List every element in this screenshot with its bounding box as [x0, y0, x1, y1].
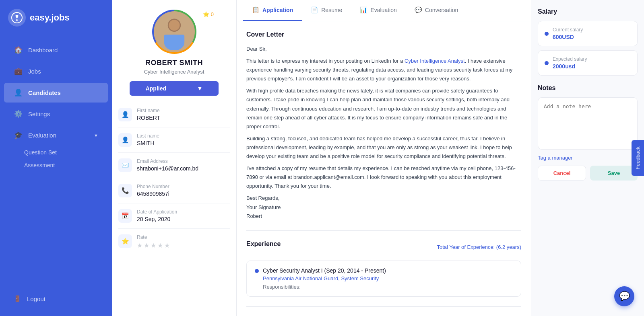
- star-3[interactable]: ★: [151, 242, 156, 249]
- sidebar-item-dashboard[interactable]: 🏠 Dashboard: [4, 40, 108, 60]
- candidate-info-section: 👤 First name ROBERT 👤 Last name SMITH ✉️…: [112, 102, 236, 255]
- sidebar-item-settings[interactable]: ⚙️ Settings: [4, 104, 108, 124]
- jobs-icon: 💼: [14, 67, 23, 76]
- sidebar-item-candidates[interactable]: 👤 Candidates: [4, 83, 108, 103]
- right-panel: Salary Current salary 600USD Expected sa…: [531, 0, 644, 316]
- info-date: 📅 Date of Application 20 Sep, 2020: [118, 203, 230, 229]
- candidate-panel: ⭐ 0 ROBERT SMITH Cyber Intelligence Anal…: [112, 0, 237, 316]
- rating-stars[interactable]: ★ ★ ★ ★ ★: [137, 242, 170, 249]
- sidebar-label-dashboard: Dashboard: [28, 47, 58, 53]
- experience-card: Cyber Security Analyst I (Sep 20, 2014 -…: [246, 261, 521, 297]
- star-4[interactable]: ★: [157, 242, 163, 249]
- sidebar-item-jobs[interactable]: 💼 Jobs: [4, 62, 108, 81]
- salary-dot-expected: [545, 61, 549, 65]
- star-badge: ⭐ 0: [203, 11, 214, 17]
- candidates-icon: 👤: [14, 88, 23, 97]
- exp-dot: [255, 269, 259, 273]
- resume-tab-icon: 📄: [311, 6, 318, 14]
- exp-card-header: Cyber Security Analyst I (Sep 20, 2014 -…: [255, 267, 513, 290]
- star-5[interactable]: ★: [164, 242, 170, 249]
- sidebar: easy.jobs 🏠 Dashboard 💼 Jobs 👤 Candidate…: [0, 0, 112, 316]
- svg-rect-4: [164, 35, 184, 43]
- star-2[interactable]: ★: [144, 242, 149, 249]
- tab-evaluation[interactable]: 📊 Evaluation: [351, 0, 405, 21]
- cancel-button[interactable]: Cancel: [538, 166, 586, 181]
- cover-letter-text: Dear Sir, This letter is to express my i…: [246, 45, 521, 221]
- content-panel: 📋 Application 📄 Resume 📊 Evaluation 💬 Co…: [237, 0, 531, 316]
- content-body: Cover Letter Dear Sir, This letter is to…: [237, 21, 531, 316]
- current-salary-card: Current salary 600USD: [538, 21, 638, 46]
- svg-point-1: [16, 19, 18, 21]
- chevron-down-icon: ▼: [94, 133, 98, 138]
- tab-application[interactable]: 📋 Application: [243, 0, 302, 21]
- notes-section: Notes Tag a manager Cancel Save: [538, 84, 638, 181]
- chat-icon: 💬: [619, 291, 630, 302]
- candidate-name: ROBERT SMITH: [145, 59, 203, 67]
- calendar-icon: 📅: [118, 209, 132, 223]
- star-1[interactable]: ★: [137, 242, 142, 249]
- rate-icon: ⭐: [118, 234, 132, 248]
- candidate-title: Cyber Intelligence Analyst: [144, 69, 204, 75]
- evaluation-tab-icon: 📊: [360, 6, 367, 14]
- save-button[interactable]: Save: [590, 166, 638, 181]
- logo-icon: [8, 9, 26, 27]
- notes-section-title: Notes: [538, 84, 638, 92]
- feedback-tab[interactable]: Feedback: [632, 140, 644, 176]
- tag-manager-link[interactable]: Tag a manager: [538, 155, 638, 161]
- logout-icon: 🚪: [14, 295, 21, 302]
- info-phone: 📞 Phone Number 6458909857i: [118, 178, 230, 203]
- experience-years: Total Year of Experience: (6.2 years): [437, 244, 521, 250]
- tabs-bar: 📋 Application 📄 Resume 📊 Evaluation 💬 Co…: [237, 0, 531, 21]
- settings-icon: ⚙️: [14, 110, 23, 118]
- evaluation-icon: 🎓: [14, 131, 23, 140]
- email-icon: ✉️: [118, 158, 132, 172]
- avatar: [154, 11, 195, 52]
- sidebar-item-logout[interactable]: 🚪 Logout: [4, 289, 108, 308]
- phone-icon: 📞: [118, 184, 132, 197]
- salary-section-title: Salary: [538, 8, 638, 15]
- sidebar-item-assessment[interactable]: Assessment: [24, 159, 112, 172]
- info-first-name: 👤 First name ROBERT: [118, 102, 230, 127]
- svg-point-5: [169, 20, 180, 31]
- status-dropdown-button[interactable]: Applied ▼: [130, 81, 219, 96]
- person-icon-2: 👤: [118, 133, 132, 147]
- sidebar-label-evaluation: Evaluation: [28, 132, 56, 139]
- person-icon: 👤: [118, 108, 132, 121]
- sidebar-label-jobs: Jobs: [28, 68, 41, 75]
- sidebar-logo[interactable]: easy.jobs: [0, 0, 112, 35]
- evaluation-submenu: Question Set Assessment: [0, 146, 112, 172]
- sidebar-nav: 🏠 Dashboard 💼 Jobs 👤 Candidates ⚙️ Setti…: [0, 35, 112, 289]
- main-area: ⭐ 0 ROBERT SMITH Cyber Intelligence Anal…: [112, 0, 644, 316]
- info-email: ✉️ Email Address shraboni+16@ar.com.bd: [118, 153, 230, 178]
- sidebar-label-logout: Logout: [27, 295, 45, 302]
- candidate-header: ⭐ 0 ROBERT SMITH Cyber Intelligence Anal…: [112, 0, 236, 102]
- info-rate: ⭐ Rate ★ ★ ★ ★ ★: [118, 229, 230, 255]
- sidebar-item-evaluation[interactable]: 🎓 Evaluation ▼: [4, 125, 108, 145]
- cover-letter-title: Cover Letter: [246, 31, 521, 38]
- application-tab-icon: 📋: [252, 6, 260, 14]
- home-icon: 🏠: [14, 46, 23, 54]
- salary-dot-current: [545, 32, 549, 36]
- tab-conversation[interactable]: 💬 Conversation: [406, 0, 467, 21]
- chevron-down-icon: ▼: [197, 85, 202, 92]
- chat-bubble[interactable]: 💬: [614, 286, 634, 306]
- conversation-tab-icon: 💬: [415, 6, 422, 14]
- avatar-ring: [152, 10, 196, 54]
- app-name: easy.jobs: [30, 12, 70, 23]
- sidebar-item-question-set[interactable]: Question Set: [24, 146, 112, 159]
- tab-resume[interactable]: 📄 Resume: [302, 0, 351, 21]
- notes-textarea[interactable]: [538, 97, 638, 150]
- info-last-name: 👤 Last name SMITH: [118, 127, 230, 153]
- sidebar-label-candidates: Candidates: [28, 89, 61, 96]
- experience-header: Experience Total Year of Experience: (6.…: [246, 240, 521, 254]
- notes-actions: Cancel Save: [538, 166, 638, 181]
- experience-title: Experience: [246, 240, 281, 248]
- expected-salary-card: Expected salary 2000usd: [538, 50, 638, 76]
- sidebar-label-settings: Settings: [28, 111, 50, 117]
